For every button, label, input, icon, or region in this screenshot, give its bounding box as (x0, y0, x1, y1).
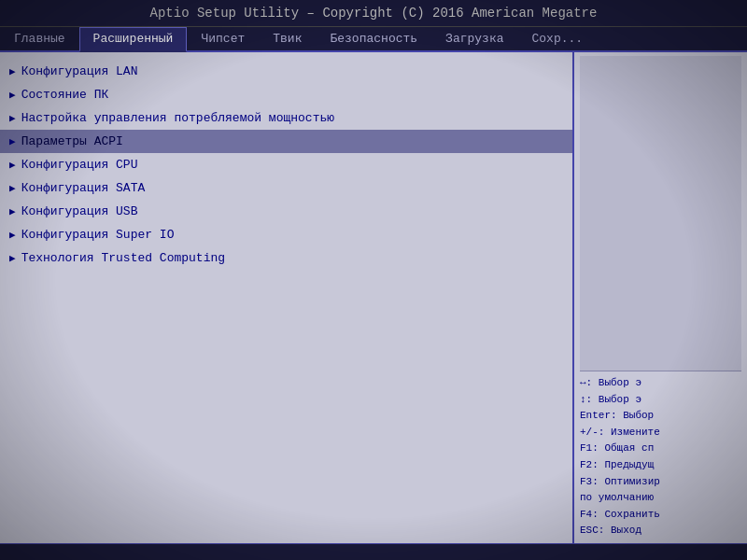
title-text: Aptio Setup Utility – Copyright (C) 2016… (150, 6, 598, 21)
menu-item-lan[interactable]: ▶ Конфигурация LAN (0, 60, 572, 83)
menu-item-state[interactable]: ▶ Состояние ПК (0, 83, 572, 106)
tab-sokhranit[interactable]: Сохр... (518, 27, 598, 50)
tab-rasshirennyy[interactable]: Расширенный (79, 27, 188, 52)
menu-item-trusted[interactable]: ▶ Технология Trusted Computing (0, 246, 572, 270)
menu-item-superio[interactable]: ▶ Конфигурация Super IO (0, 223, 572, 246)
tab-zagruzka[interactable]: Загрузка (431, 27, 517, 50)
title-bar: Aptio Setup Utility – Copyright (C) 2016… (0, 0, 747, 27)
menu-item-acpi[interactable]: ▶ Параметры ACPI (0, 130, 572, 153)
arrow-icon: ▶ (9, 89, 16, 101)
shortcut-f3: F3: Оптимизир (580, 474, 741, 491)
tab-glavnye[interactable]: Главные (0, 27, 79, 50)
left-panel: ▶ Конфигурация LAN ▶ Состояние ПК ▶ Наст… (0, 52, 574, 543)
arrow-icon: ▶ (9, 229, 16, 241)
status-bar (0, 543, 747, 560)
shortcut-arrows-h: ↔: Выбор э (580, 375, 741, 392)
shortcut-arrows-v: ↕: Выбор э (580, 392, 741, 409)
arrow-icon: ▶ (9, 252, 16, 264)
shortcut-list: ↔: Выбор э ↕: Выбор э Enter: Выбор +/-: … (580, 375, 741, 539)
shortcut-f1: F1: Общая сп (580, 441, 741, 457)
main-content: ▶ Конфигурация LAN ▶ Состояние ПК ▶ Наст… (0, 52, 747, 543)
menu-item-cpu[interactable]: ▶ Конфигурация CPU (0, 153, 572, 176)
shortcut-esc: ESC: Выход (580, 523, 741, 539)
nav-tabs: Главные Расширенный Чипсет Твик Безопасн… (0, 27, 747, 52)
arrow-icon: ▶ (9, 159, 16, 171)
menu-item-usb[interactable]: ▶ Конфигурация USB (0, 200, 572, 223)
arrow-icon: ▶ (9, 182, 16, 194)
tab-chipset[interactable]: Чипсет (187, 27, 259, 50)
shortcut-f3-desc: по умолчанию (580, 490, 741, 507)
shortcut-f2: F2: Предыдущ (580, 457, 741, 474)
shortcut-f4: F4: Сохранить (580, 507, 741, 524)
menu-item-sata[interactable]: ▶ Конфигурация SATA (0, 176, 572, 200)
right-panel-info (580, 56, 741, 371)
arrow-icon: ▶ (9, 205, 16, 217)
menu-item-power[interactable]: ▶ Настройка управления потребляемой мощн… (0, 106, 572, 130)
shortcut-plusminus: +/-: Измените (580, 425, 741, 441)
arrow-icon: ▶ (9, 135, 16, 147)
arrow-icon: ▶ (9, 112, 16, 124)
shortcut-enter: Enter: Выбор (580, 408, 741, 425)
tab-tvik[interactable]: Твик (259, 27, 316, 50)
right-panel: ↔: Выбор э ↕: Выбор э Enter: Выбор +/-: … (574, 52, 747, 543)
arrow-icon: ▶ (9, 65, 16, 77)
tab-bezopasnost[interactable]: Безопасность (316, 27, 431, 50)
